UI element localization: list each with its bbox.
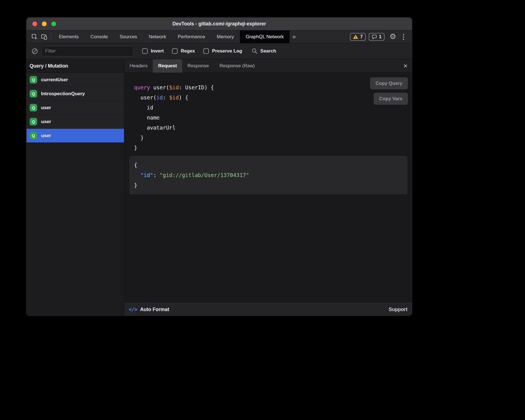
preserve-log-checkbox-box [203, 48, 209, 54]
list-item-label: user [41, 105, 51, 111]
invert-checkbox-box [142, 48, 148, 54]
messages-count: 1 [379, 34, 381, 39]
query-type-badge: Q [30, 104, 37, 111]
detail-footer: </> Auto Format Support [124, 303, 412, 316]
customize-menu-icon[interactable]: ⋮ [399, 33, 408, 41]
query-list-panel: Query / Mutation Q currentUser Q Introsp… [27, 59, 124, 316]
tab-memory[interactable]: Memory [211, 30, 240, 43]
tab-response-raw[interactable]: Response (Raw) [214, 59, 260, 73]
preserve-log-checkbox-label: Preserve Log [212, 48, 242, 54]
warning-icon [353, 34, 358, 39]
warnings-badge[interactable]: 7 [350, 33, 366, 41]
tab-request[interactable]: Request [153, 59, 182, 73]
clear-block-icon[interactable] [32, 48, 38, 54]
query-type-badge: Q [30, 118, 37, 125]
invert-checkbox-label: Invert [151, 48, 164, 54]
window-title: DevTools - gitlab.com/-/graphql-explorer [27, 21, 412, 27]
invert-checkbox[interactable]: Invert [142, 48, 164, 54]
detail-panel: Headers Request Response Response (Raw) … [124, 59, 412, 316]
device-toolbar-icon [41, 34, 47, 40]
list-item-label: user [41, 133, 51, 139]
copy-query-button[interactable]: Copy Query [370, 77, 408, 89]
search-icon [252, 48, 258, 54]
toolbar-divider [51, 34, 51, 40]
support-link[interactable]: Support [389, 307, 407, 312]
query-variables-code: { "id": "gid://gitlab/User/13704317"} [134, 160, 407, 190]
preserve-log-checkbox[interactable]: Preserve Log [203, 48, 242, 54]
message-icon [372, 34, 377, 39]
tab-performance[interactable]: Performance [172, 30, 211, 43]
settings-gear-icon[interactable]: ⚙ [390, 33, 396, 40]
tab-headers[interactable]: Headers [124, 59, 153, 73]
tab-console[interactable]: Console [85, 30, 114, 43]
toggle-device-toolbar-button[interactable] [39, 32, 49, 42]
code-format-icon: </> [129, 307, 137, 312]
copy-vars-button[interactable]: Copy Vars [374, 93, 408, 105]
list-item-currentuser[interactable]: Q currentUser [27, 73, 124, 87]
query-type-badge: Q [30, 90, 37, 97]
filter-input[interactable] [42, 46, 134, 56]
warnings-count: 7 [360, 34, 363, 39]
tab-network[interactable]: Network [143, 30, 172, 43]
tab-response[interactable]: Response [182, 59, 214, 73]
close-detail-icon[interactable]: × [404, 63, 407, 69]
inspect-icon [31, 34, 38, 40]
title-bar: DevTools - gitlab.com/-/graphql-explorer [27, 18, 412, 30]
list-item-label: IntrospectionQuery [41, 91, 85, 97]
list-item-label: currentUser [41, 77, 68, 83]
query-variables-box: { "id": "gid://gitlab/User/13704317"} [129, 156, 407, 194]
auto-format-button[interactable]: Auto Format [140, 307, 169, 312]
filter-bar: Invert Regex Preserve Log Search [27, 43, 412, 59]
list-item-user-2[interactable]: Q user [27, 115, 124, 129]
devtools-window: DevTools - gitlab.com/-/graphql-explorer… [27, 18, 412, 316]
regex-checkbox-label: Regex [181, 48, 195, 54]
graphql-query-code: query user($id: UserID) { user(id: $id) … [134, 82, 214, 153]
request-content: Copy Query Copy Vars query user($id: Use… [124, 73, 412, 303]
list-item-user-1[interactable]: Q user [27, 101, 124, 115]
detail-tab-bar: Headers Request Response Response (Raw) … [124, 59, 412, 73]
query-type-badge: Q [30, 132, 37, 139]
tab-elements[interactable]: Elements [53, 30, 85, 43]
messages-badge[interactable]: 1 [369, 33, 385, 41]
inspect-element-button[interactable] [30, 32, 39, 42]
list-item-label: user [41, 119, 51, 125]
more-tabs-chevron[interactable]: » [290, 33, 299, 40]
query-type-badge: Q [30, 76, 37, 83]
regex-checkbox-box [172, 48, 178, 54]
search-toggle[interactable]: Search [252, 48, 276, 54]
query-list-header: Query / Mutation [27, 59, 124, 73]
list-item-introspectionquery[interactable]: Q IntrospectionQuery [27, 87, 124, 101]
search-label: Search [260, 48, 276, 54]
tab-sources[interactable]: Sources [114, 30, 143, 43]
tab-graphql-network[interactable]: GraphQL Network [240, 30, 290, 43]
main-split: Query / Mutation Q currentUser Q Introsp… [27, 59, 412, 316]
devtools-tab-bar: Elements Console Sources Network Perform… [27, 30, 412, 43]
list-item-user-3-selected[interactable]: Q user [27, 129, 124, 143]
regex-checkbox[interactable]: Regex [172, 48, 195, 54]
